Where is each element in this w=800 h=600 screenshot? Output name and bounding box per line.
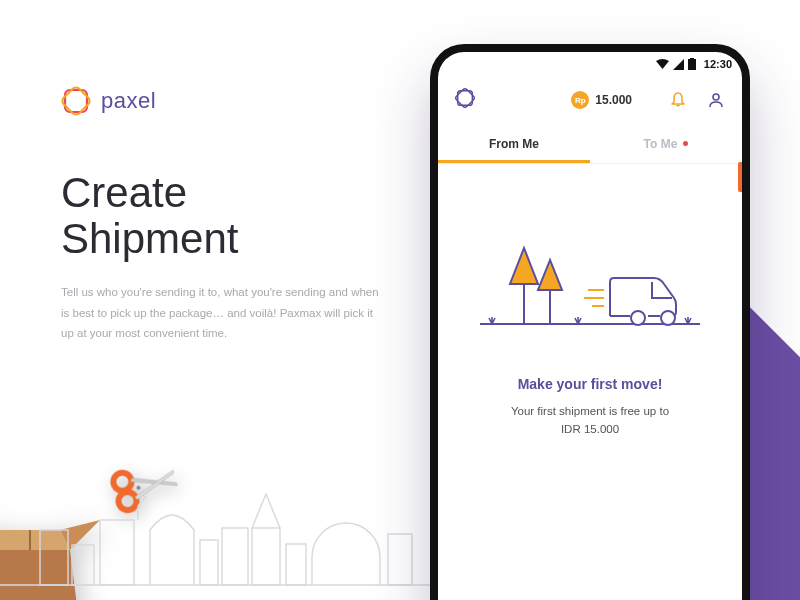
svg-marker-3 <box>0 530 70 550</box>
svg-point-35 <box>661 311 675 325</box>
battery-icon <box>688 58 696 70</box>
balance-display[interactable]: Rp 15.000 <box>571 91 632 109</box>
svg-marker-26 <box>510 248 538 284</box>
empty-state-line1: Your first shipment is free up to <box>511 405 669 417</box>
notifications-icon[interactable] <box>668 90 688 110</box>
svg-rect-20 <box>690 58 694 60</box>
phone-frame: 12:30 Rp 15.000 <box>430 44 750 600</box>
status-time: 12:30 <box>704 58 732 70</box>
cardboard-box-prop <box>0 480 110 600</box>
cellular-icon <box>673 59 684 70</box>
svg-point-9 <box>117 490 139 512</box>
paxel-logo-icon <box>61 86 91 116</box>
phone-screen: 12:30 Rp 15.000 <box>438 52 742 600</box>
delivery-van-illustration <box>480 234 700 348</box>
svg-rect-17 <box>286 544 306 585</box>
svg-rect-15 <box>222 528 248 585</box>
svg-point-23 <box>713 94 719 100</box>
edge-accent <box>738 162 742 192</box>
tab-to-me[interactable]: To Me <box>590 124 742 163</box>
svg-rect-19 <box>688 59 696 70</box>
balance-amount: 15.000 <box>595 93 632 107</box>
svg-rect-14 <box>200 540 218 585</box>
empty-state-title: Make your first move! <box>518 376 663 392</box>
svg-rect-16 <box>252 528 280 585</box>
active-tab-underline <box>438 160 590 163</box>
empty-state-line2: IDR 15.000 <box>561 423 619 435</box>
empty-state-subtitle: Your first shipment is free up to IDR 15… <box>511 402 669 439</box>
svg-marker-2 <box>0 550 80 600</box>
svg-point-34 <box>631 311 645 325</box>
app-logo-icon <box>454 87 476 113</box>
tab-from-me[interactable]: From Me <box>438 124 590 163</box>
currency-badge: Rp <box>571 91 589 109</box>
tab-label: From Me <box>489 137 539 151</box>
page-subcopy: Tell us who you're sending it to, what y… <box>61 282 381 344</box>
svg-marker-28 <box>538 260 562 290</box>
empty-state: Make your first move! Your first shipmen… <box>438 164 742 600</box>
app-header: Rp 15.000 <box>438 76 742 124</box>
brand-name: paxel <box>101 88 156 114</box>
brand-lockup: paxel <box>61 86 156 116</box>
android-status-bar: 12:30 <box>438 52 742 76</box>
svg-rect-18 <box>388 534 412 585</box>
svg-point-10 <box>136 485 141 490</box>
wifi-icon <box>656 59 669 70</box>
tab-label: To Me <box>644 137 678 151</box>
unread-dot-icon <box>683 141 688 146</box>
shipment-tabs: From Me To Me <box>438 124 742 164</box>
scissors-prop <box>104 450 186 520</box>
page-headline: Create Shipment <box>61 170 238 262</box>
profile-icon[interactable] <box>706 90 726 110</box>
